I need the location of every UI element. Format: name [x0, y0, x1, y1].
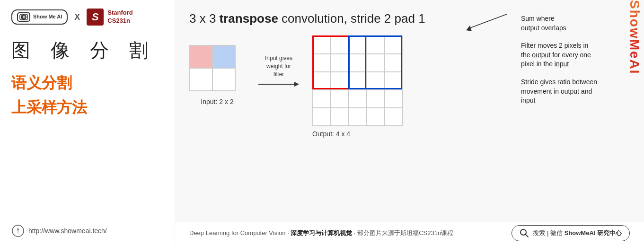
out-cell: [331, 108, 349, 126]
middle-arrow: Input gives weight for filter: [253, 54, 305, 88]
svg-marker-7: [294, 82, 299, 87]
out-cell: [367, 54, 385, 72]
x-divider: X: [74, 12, 80, 22]
diagram-row: Input: 2 x 2 Input gives weight for filt…: [189, 35, 630, 138]
input-diagram: Input: 2 x 2: [189, 35, 245, 105]
slide-title-bold: transpose: [220, 11, 278, 26]
info-text-area: Sum where output overlaps Filter moves 2…: [521, 14, 635, 114]
svg-marker-5: [17, 231, 19, 235]
out-cell: [331, 36, 349, 54]
out-cell: [313, 72, 331, 90]
website-row[interactable]: http://www.showmeai.tech/: [11, 224, 107, 237]
logo-row: Show Me AI X S Stanford CS231n: [11, 9, 163, 26]
right-panel: ShowMeAI 3 x 3 transpose convolution, st…: [175, 0, 644, 245]
svg-line-8: [469, 14, 507, 28]
out-cell: [385, 108, 403, 126]
subtitle-line2: 上采样方法: [11, 97, 163, 118]
out-cell: [349, 36, 367, 54]
title-section: 图 像 分 割: [11, 39, 163, 61]
svg-point-2: [23, 17, 24, 18]
out-cell: [367, 90, 385, 108]
showmeai-text: Show Me AI: [33, 14, 62, 20]
subtitle-section: 语义分割 上采样方法: [11, 73, 163, 118]
out-cell: [349, 54, 367, 72]
out-cell: [367, 108, 385, 126]
input-label: Input: 2 x 2: [201, 98, 233, 105]
svg-point-3: [12, 225, 24, 236]
output-label: Output: 4 x 4: [312, 130, 350, 138]
svg-marker-9: [466, 26, 472, 31]
pointer-arrow: [459, 9, 516, 33]
info-filter-text: Filter moves 2 pixels in the output for …: [521, 41, 635, 69]
input-cell-4: [212, 68, 235, 91]
out-cell: [385, 36, 403, 54]
search-icon: [520, 228, 529, 238]
search-badge-text: 搜索 | 微信 ShowMeAI 研究中心: [533, 229, 622, 237]
info-sum-text: Sum where output overlaps: [521, 14, 635, 33]
info-stride-text: Stride gives ratio between movement in o…: [521, 78, 635, 105]
out-cell: [313, 36, 331, 54]
info-block-stride: Stride gives ratio between movement in o…: [521, 78, 635, 105]
out-cell: [367, 36, 385, 54]
out-cell: [385, 54, 403, 72]
search-badge[interactable]: 搜索 | 微信 ShowMeAI 研究中心: [512, 225, 630, 241]
out-cell: [331, 54, 349, 72]
out-cell: [313, 108, 331, 126]
slide-title-part1: 3 x 3: [189, 11, 220, 26]
out-cell: [331, 72, 349, 90]
output-diagram: Output: 4 x 4: [312, 35, 403, 138]
compass-icon: [11, 224, 25, 237]
website-link[interactable]: http://www.showmeai.tech/: [28, 227, 107, 235]
input-cell-1: [190, 45, 212, 68]
footer-text: Deep Learning for Computer Vision · 深度学习…: [189, 229, 453, 237]
output-grid-container: [312, 35, 403, 126]
stanford-s-icon: S: [87, 9, 104, 26]
main-content: ShowMeAI 3 x 3 transpose convolution, st…: [175, 0, 644, 221]
input-cell-2: [212, 45, 235, 68]
svg-marker-4: [17, 227, 19, 231]
showmeai-logo-icon: [17, 12, 30, 22]
svg-rect-0: [20, 14, 27, 20]
input-cell-3: [190, 68, 212, 91]
info-block-sum: Sum where output overlaps: [521, 14, 635, 33]
out-cell: [367, 72, 385, 90]
svg-line-11: [526, 235, 528, 237]
stanford-text: Stanford CS231n: [107, 9, 132, 25]
out-cell: [349, 108, 367, 126]
out-cell: [385, 72, 403, 90]
svg-point-1: [22, 16, 25, 18]
out-cell: [385, 90, 403, 108]
info-block-filter: Filter moves 2 pixels in the output for …: [521, 41, 635, 69]
input-grid: [189, 45, 236, 91]
footer: Deep Learning for Computer Vision · 深度学习…: [175, 221, 644, 245]
svg-point-10: [520, 229, 526, 235]
left-panel: Show Me AI X S Stanford CS231n 图 像 分 割 语…: [0, 0, 175, 245]
out-cell: [313, 54, 331, 72]
filter-label: Input gives weight for filter: [253, 54, 305, 78]
subtitle-line1: 语义分割: [11, 73, 163, 94]
output-grid: [312, 35, 403, 126]
out-cell: [331, 90, 349, 108]
page-title: 图 像 分 割: [11, 39, 163, 61]
slide-title-part2: convolution, stride 2 pad 1: [278, 11, 425, 26]
out-cell: [349, 90, 367, 108]
stanford-logo: S Stanford CS231n: [87, 9, 132, 26]
arrow-svg: [257, 80, 300, 88]
out-cell: [313, 90, 331, 108]
showmeai-logo: Show Me AI: [11, 9, 68, 25]
out-cell: [349, 72, 367, 90]
